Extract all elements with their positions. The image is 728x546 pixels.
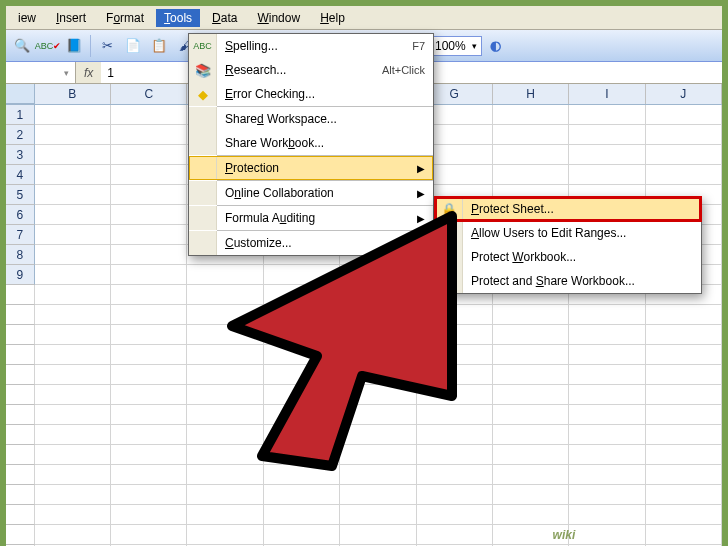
cell[interactable] <box>111 205 187 225</box>
menu-insert[interactable]: Insert <box>48 9 94 27</box>
cell[interactable] <box>417 525 493 545</box>
cell[interactable] <box>35 245 111 265</box>
cell[interactable] <box>417 445 493 465</box>
cell[interactable] <box>264 345 340 365</box>
cell[interactable] <box>111 165 187 185</box>
cell[interactable] <box>493 165 569 185</box>
cell[interactable] <box>646 445 722 465</box>
row-header[interactable]: 1 <box>6 105 35 125</box>
col-header[interactable]: C <box>111 84 187 104</box>
zoom-box[interactable]: 100% ▾ <box>430 36 482 56</box>
menu-item-protection[interactable]: Protection ▶ <box>189 156 433 180</box>
name-box[interactable]: ▾ <box>6 62 76 83</box>
cell[interactable] <box>187 285 263 305</box>
cell[interactable] <box>340 505 416 525</box>
menu-item-shared-workspace[interactable]: Shared Workspace... <box>189 107 433 131</box>
cut-icon[interactable]: ✂ <box>95 34 119 58</box>
cell[interactable] <box>264 425 340 445</box>
cell[interactable] <box>187 465 263 485</box>
spelling-icon[interactable]: ABC✔ <box>36 34 60 58</box>
cell[interactable] <box>646 125 722 145</box>
cell[interactable] <box>340 285 416 305</box>
cell[interactable] <box>569 505 645 525</box>
cell[interactable] <box>340 525 416 545</box>
cell[interactable] <box>264 525 340 545</box>
cell[interactable] <box>35 325 111 345</box>
row-header[interactable] <box>6 525 35 545</box>
cell[interactable] <box>646 325 722 345</box>
cell[interactable] <box>569 465 645 485</box>
col-header[interactable]: B <box>35 84 111 104</box>
cell[interactable] <box>111 445 187 465</box>
cell[interactable] <box>569 445 645 465</box>
cell[interactable] <box>417 425 493 445</box>
row-header[interactable]: 4 <box>6 165 35 185</box>
cell[interactable] <box>340 265 416 285</box>
cell[interactable] <box>264 285 340 305</box>
cell[interactable] <box>340 345 416 365</box>
cell[interactable] <box>569 165 645 185</box>
cell[interactable] <box>35 365 111 385</box>
cell[interactable] <box>493 405 569 425</box>
cell[interactable] <box>111 485 187 505</box>
menu-item-customize[interactable]: Customize... <box>189 231 433 255</box>
row-header[interactable]: 6 <box>6 205 35 225</box>
cell[interactable] <box>35 145 111 165</box>
cell[interactable] <box>493 345 569 365</box>
menu-item-research[interactable]: 📚 Research... Alt+Click <box>189 58 433 82</box>
cell[interactable] <box>646 365 722 385</box>
cell[interactable] <box>111 425 187 445</box>
cell[interactable] <box>111 305 187 325</box>
cell[interactable] <box>646 105 722 125</box>
cell[interactable] <box>417 485 493 505</box>
cell[interactable] <box>35 425 111 445</box>
row-header[interactable]: 8 <box>6 245 35 265</box>
cell[interactable] <box>35 465 111 485</box>
menu-item-share-workbook[interactable]: Share Workbook... <box>189 131 433 155</box>
cell[interactable] <box>35 345 111 365</box>
row-header[interactable] <box>6 505 35 525</box>
copy-icon[interactable]: 📄 <box>121 34 145 58</box>
menu-item-online-collaboration[interactable]: Online Collaboration ▶ <box>189 181 433 205</box>
cell[interactable] <box>569 145 645 165</box>
cell[interactable] <box>187 385 263 405</box>
cell[interactable] <box>340 485 416 505</box>
menu-window[interactable]: Window <box>249 9 308 27</box>
menu-item-protect-workbook[interactable]: 📗 Protect Workbook... <box>435 245 701 269</box>
cell[interactable] <box>417 325 493 345</box>
cell[interactable] <box>340 405 416 425</box>
cell[interactable] <box>493 505 569 525</box>
cell[interactable] <box>111 185 187 205</box>
row-header[interactable]: 7 <box>6 225 35 245</box>
cell[interactable] <box>417 405 493 425</box>
cell[interactable] <box>493 425 569 445</box>
cell[interactable] <box>35 385 111 405</box>
menu-item-allow-users-edit-ranges[interactable]: 📄 Allow Users to Edit Ranges... <box>435 221 701 245</box>
cell[interactable] <box>111 465 187 485</box>
cell[interactable] <box>35 185 111 205</box>
cell[interactable] <box>493 445 569 465</box>
row-header[interactable] <box>6 325 35 345</box>
row-header[interactable]: 9 <box>6 265 35 285</box>
cell[interactable] <box>187 265 263 285</box>
cell[interactable] <box>569 385 645 405</box>
menu-item-spelling[interactable]: ABC Spelling... F7 <box>189 34 433 58</box>
cell[interactable] <box>493 385 569 405</box>
print-preview-icon[interactable]: 🔍 <box>10 34 34 58</box>
cell[interactable] <box>646 505 722 525</box>
cell[interactable] <box>264 485 340 505</box>
menu-tools[interactable]: Tools <box>156 9 200 27</box>
menu-format[interactable]: Format <box>98 9 152 27</box>
row-header[interactable] <box>6 305 35 325</box>
cell[interactable] <box>264 505 340 525</box>
cell[interactable] <box>493 485 569 505</box>
cell[interactable] <box>417 365 493 385</box>
cell[interactable] <box>646 345 722 365</box>
cell[interactable] <box>569 125 645 145</box>
cell[interactable] <box>340 325 416 345</box>
cell[interactable] <box>569 105 645 125</box>
row-header[interactable] <box>6 365 35 385</box>
menu-item-protect-share-workbook[interactable]: 📘 Protect and Share Workbook... <box>435 269 701 293</box>
cell[interactable] <box>35 525 111 545</box>
cell[interactable] <box>111 405 187 425</box>
